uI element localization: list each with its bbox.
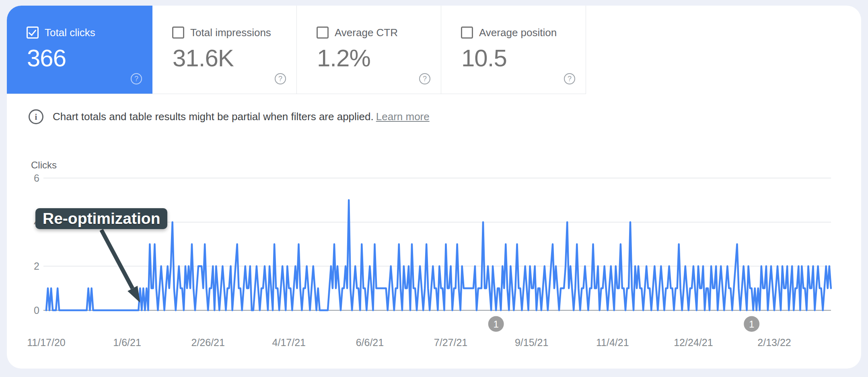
re-optimization-annotation: Re-optimization <box>35 208 167 229</box>
notice-text: Chart totals and table results might be … <box>53 111 430 123</box>
checkbox-unchecked-icon[interactable] <box>461 27 473 39</box>
help-icon[interactable] <box>419 73 430 84</box>
y-axis-title: Clicks <box>31 160 57 171</box>
checkbox-unchecked-icon[interactable] <box>172 27 184 39</box>
metric-card-label: Total clicks <box>45 27 95 39</box>
metric-card-value: 31.6K <box>173 44 234 72</box>
metric-card-average-ctr[interactable]: Average CTR 1.2% <box>297 6 441 94</box>
metric-card-label: Average CTR <box>335 27 398 39</box>
search-console-performance-page: Total clicks 366 Total impressions 31.6K… <box>0 0 868 377</box>
metric-card-label: Average position <box>479 27 557 39</box>
learn-more-link[interactable]: Learn more <box>376 111 430 123</box>
partial-data-notice: Chart totals and table results might be … <box>29 109 430 124</box>
help-icon[interactable] <box>564 73 575 84</box>
checkbox-checked-icon[interactable] <box>27 27 39 39</box>
metric-card-total-impressions[interactable]: Total impressions 31.6K <box>152 6 297 94</box>
metric-card-average-position[interactable]: Average position 10.5 <box>441 6 586 94</box>
metric-card-label: Total impressions <box>190 27 271 39</box>
help-icon[interactable] <box>275 73 286 84</box>
metric-card-total-clicks[interactable]: Total clicks 366 <box>7 6 152 94</box>
metric-card-value: 1.2% <box>317 44 370 72</box>
checkbox-unchecked-icon[interactable] <box>317 27 329 39</box>
metric-card-value: 366 <box>27 44 66 72</box>
help-icon[interactable] <box>131 73 142 84</box>
metric-card-value: 10.5 <box>461 44 507 72</box>
info-icon <box>29 109 43 124</box>
card-row-divider <box>7 94 586 94</box>
